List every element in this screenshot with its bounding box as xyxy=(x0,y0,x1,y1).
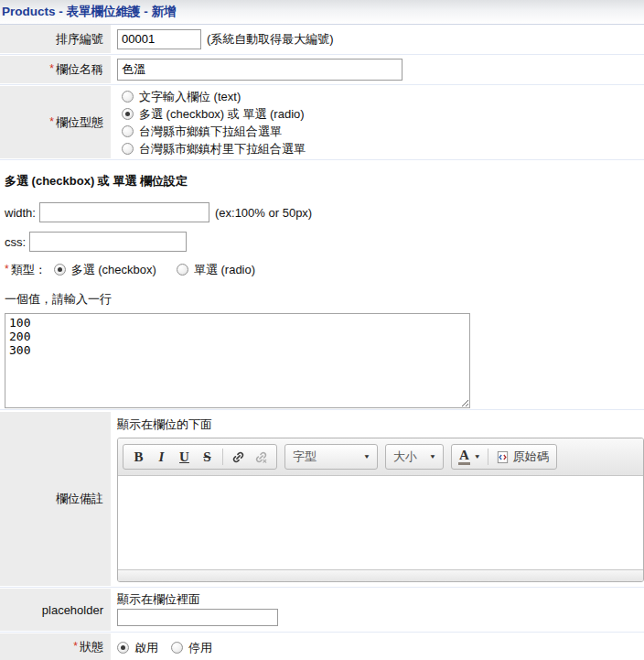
font-size-dropdown[interactable]: 大小 ▼ xyxy=(385,444,444,470)
source-code-label: 原始碼 xyxy=(513,449,549,465)
chevron-down-icon: ▼ xyxy=(423,445,443,469)
width-note: (ex:100% or 50px) xyxy=(215,206,312,220)
placeholder-input[interactable] xyxy=(117,609,278,626)
field-type-option-taiwan-village[interactable]: 台灣縣市鄉鎮村里下拉組合選單 xyxy=(122,140,306,157)
css-label: css: xyxy=(5,235,26,249)
placeholder-hint: 顯示在欄位裡面 xyxy=(117,591,200,608)
page-title: Products - 表單欄位維護 - 新增 xyxy=(2,4,177,20)
row-placeholder: placeholder 顯示在欄位裡面 xyxy=(0,589,644,631)
link-icon[interactable] xyxy=(227,447,250,467)
values-textarea[interactable]: 100 200 300 xyxy=(5,313,470,408)
placeholder-label-cell: placeholder xyxy=(0,589,111,631)
settings-kind-row: * 類型： 多選 (checkbox) 單選 (radio) xyxy=(5,261,639,278)
kind-label: 類型： xyxy=(11,262,47,278)
status-field-cell: 啟用 停用 xyxy=(111,633,644,660)
radio-icon[interactable] xyxy=(171,642,183,654)
radio-icon[interactable] xyxy=(122,91,134,103)
radio-selected-icon[interactable] xyxy=(117,642,129,654)
row-sort-number: 排序編號 (系統自動取得最大編號) xyxy=(0,25,644,53)
field-name-field-cell xyxy=(111,56,644,83)
radio-label: 多選 (checkbox) 或 單選 (radio) xyxy=(139,105,305,123)
field-type-option-taiwan-district[interactable]: 台灣縣市鄉鎮下拉組合選單 xyxy=(122,123,282,140)
radio-label: 台灣縣市鄉鎮村里下拉組合選單 xyxy=(139,140,306,157)
values-hint: 一個值，請輸入一行 xyxy=(5,291,639,308)
row-field-type: * 欄位型態 文字輸入欄位 (text) 多選 (checkbox) 或 單選 … xyxy=(0,86,644,158)
required-asterisk: * xyxy=(49,62,54,75)
radio-icon[interactable] xyxy=(177,264,188,276)
status-label-cell: * 狀態 xyxy=(0,633,111,660)
settings-width-row: width: (ex:100% or 50px) xyxy=(5,202,639,222)
radio-label: 多選 (checkbox) xyxy=(71,261,156,278)
status-option-disabled[interactable]: 停用 xyxy=(171,639,212,656)
sort-number-label-cell: 排序編號 xyxy=(0,25,111,53)
settings-css-row: css: xyxy=(5,232,639,252)
placeholder-field-cell: 顯示在欄位裡面 xyxy=(111,589,644,631)
status-label: 狀態 xyxy=(80,639,103,655)
toolbar-separator xyxy=(222,449,223,465)
strikethrough-button[interactable]: S xyxy=(196,447,219,467)
bold-button[interactable]: B xyxy=(127,447,150,467)
field-type-label-cell: * 欄位型態 xyxy=(0,86,111,158)
required-asterisk: * xyxy=(5,263,9,276)
field-remark-label: 欄位備註 xyxy=(56,491,103,507)
width-label: width: xyxy=(5,206,36,220)
font-dropdown-label: 字型 xyxy=(293,449,317,465)
field-name-label: 欄位名稱 xyxy=(56,61,103,78)
css-input[interactable] xyxy=(29,232,187,252)
radio-icon[interactable] xyxy=(122,143,134,155)
field-type-label: 欄位型態 xyxy=(56,114,103,131)
radio-label: 台灣縣市鄉鎮下拉組合選單 xyxy=(139,123,282,140)
size-dropdown-label: 大小 xyxy=(393,449,417,465)
radio-label: 停用 xyxy=(188,639,212,656)
chevron-down-icon: ▼ xyxy=(357,445,377,469)
underline-button[interactable]: U xyxy=(173,447,196,467)
field-remark-label-cell: 欄位備註 xyxy=(0,412,111,586)
source-code-button[interactable]: 原始碼 xyxy=(492,449,553,465)
required-asterisk: * xyxy=(73,640,78,653)
sort-number-field-cell: (系統自動取得最大編號) xyxy=(111,25,644,53)
radio-selected-icon[interactable] xyxy=(54,264,66,276)
sort-number-note: (系統自動取得最大編號) xyxy=(207,31,334,48)
field-type-option-text[interactable]: 文字輸入欄位 (text) xyxy=(122,88,241,105)
section-checkbox-radio-settings: 多選 (checkbox) 或 單選 欄位設定 width: (ex:100% … xyxy=(0,161,644,408)
basic-styles-group: B I U S xyxy=(123,444,277,470)
status-option-enabled[interactable]: 啟用 xyxy=(117,639,158,656)
radio-icon[interactable] xyxy=(122,125,134,137)
font-family-dropdown[interactable]: 字型 ▼ xyxy=(284,444,378,470)
editor-content-area[interactable] xyxy=(118,476,643,569)
row-field-remark: 欄位備註 顯示在欄位的下面 B I U S xyxy=(0,412,644,586)
field-name-label-cell: * 欄位名稱 xyxy=(0,56,111,83)
unlink-icon[interactable] xyxy=(250,447,273,467)
field-type-option-checkbox-radio[interactable]: 多選 (checkbox) 或 單選 (radio) xyxy=(122,105,305,123)
remark-hint: 顯示在欄位的下面 xyxy=(117,416,212,434)
row-field-name: * 欄位名稱 xyxy=(0,56,644,83)
width-input[interactable] xyxy=(39,202,209,222)
chevron-down-icon: ▼ xyxy=(474,453,481,460)
sort-number-input[interactable] xyxy=(117,29,201,49)
row-status: * 狀態 啟用 停用 xyxy=(0,633,644,660)
required-asterisk: * xyxy=(49,115,54,128)
kind-option-checkbox[interactable]: 多選 (checkbox) xyxy=(54,261,156,278)
field-name-input[interactable] xyxy=(117,59,402,81)
toolbar-separator xyxy=(488,449,488,465)
radio-selected-icon[interactable] xyxy=(122,108,134,120)
field-remark-field-cell: 顯示在欄位的下面 B I U S xyxy=(111,412,644,586)
placeholder-label: placeholder xyxy=(42,603,103,617)
radio-label: 啟用 xyxy=(134,639,158,656)
kind-option-radio[interactable]: 單選 (radio) xyxy=(177,261,255,278)
settings-section-title: 多選 (checkbox) 或 單選 欄位設定 xyxy=(5,173,639,189)
radio-label: 文字輸入欄位 (text) xyxy=(139,88,241,105)
radio-label: 單選 (radio) xyxy=(194,261,255,278)
source-code-icon xyxy=(496,450,510,464)
italic-button[interactable]: I xyxy=(150,447,173,467)
color-source-group: A ▼ 原始碼 xyxy=(451,444,557,470)
sort-number-label: 排序編號 xyxy=(56,31,103,48)
page-header: Products - 表單欄位維護 - 新增 xyxy=(0,0,644,25)
text-color-icon[interactable]: A ▼ xyxy=(456,449,484,465)
editor-status-bar xyxy=(118,569,643,582)
editor-toolbar: B I U S xyxy=(118,438,643,476)
field-type-field-cell: 文字輸入欄位 (text) 多選 (checkbox) 或 單選 (radio)… xyxy=(111,86,644,158)
rich-text-editor: B I U S xyxy=(117,438,644,582)
